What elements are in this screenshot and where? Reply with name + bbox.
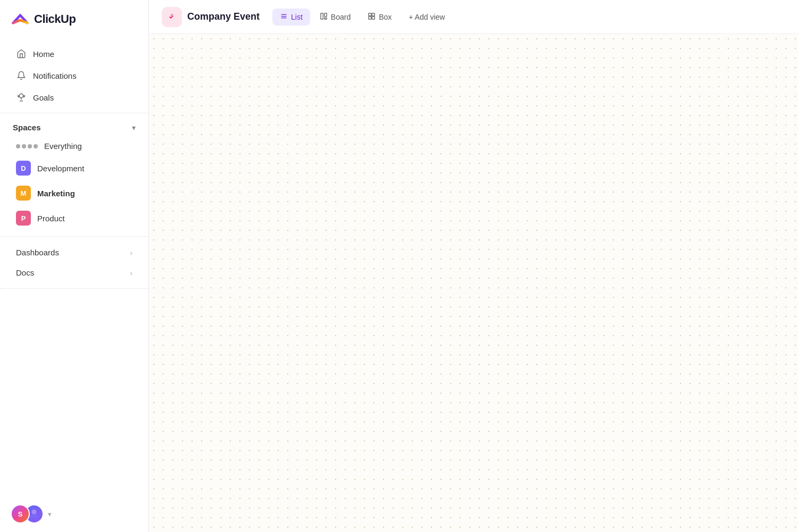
sidebar-item-home-label: Home: [33, 49, 54, 59]
sidebar-item-everything[interactable]: Everything: [3, 137, 145, 155]
spaces-label: Spaces: [13, 123, 41, 132]
svg-rect-12: [369, 16, 371, 19]
project-title: Company Event: [187, 11, 260, 22]
sidebar-footer: S ▾: [0, 496, 148, 532]
sidebar-item-product-label: Product: [37, 214, 65, 223]
logo-text: ClickUp: [34, 12, 76, 26]
svg-rect-11: [372, 13, 375, 15]
svg-rect-13: [372, 16, 375, 19]
sidebar-item-marketing[interactable]: M Marketing: [3, 181, 145, 205]
svg-rect-9: [325, 18, 327, 19]
avatar-chevron-icon[interactable]: ▾: [48, 510, 52, 518]
avatar-face-icon: [28, 508, 40, 520]
sidebar-item-notifications-label: Notifications: [33, 71, 77, 80]
board-tab-icon: [320, 12, 328, 22]
avatar-s: S: [11, 504, 30, 523]
list-tab-icon: [280, 12, 288, 22]
trophy-icon: [16, 92, 27, 103]
home-icon: [16, 48, 27, 59]
chevron-right-icon-2: ›: [130, 269, 132, 277]
add-view-label: + Add view: [409, 13, 445, 21]
sidebar-item-goals[interactable]: Goals: [3, 87, 145, 108]
sidebar-item-product[interactable]: P Product: [3, 206, 145, 230]
sidebar-item-home[interactable]: Home: [3, 43, 145, 64]
tab-board[interactable]: Board: [312, 9, 358, 26]
chevron-down-icon: ▾: [132, 123, 136, 132]
logo[interactable]: ClickUp: [0, 0, 148, 38]
svg-point-0: [19, 94, 23, 98]
sidebar-item-development[interactable]: D Development: [3, 156, 145, 180]
development-badge: D: [16, 161, 31, 176]
sidebar-item-dashboards[interactable]: Dashboards ›: [3, 243, 145, 262]
clickup-logo-icon: [11, 10, 30, 29]
spaces-header[interactable]: Spaces ▾: [0, 119, 148, 136]
docs-label: Docs: [16, 268, 34, 277]
tab-list[interactable]: List: [272, 9, 310, 26]
project-icon-wrap: [162, 7, 182, 27]
sidebar-item-development-label: Development: [37, 164, 84, 173]
svg-rect-8: [325, 13, 327, 16]
main-canvas: [149, 34, 798, 532]
bottom-nav: Dashboards › Docs ›: [0, 237, 148, 289]
tab-box[interactable]: Box: [360, 9, 399, 26]
sidebar: ClickUp Home Notifications: [0, 0, 149, 532]
sidebar-item-docs[interactable]: Docs ›: [3, 263, 145, 282]
main-content: Company Event List: [149, 0, 798, 532]
sidebar-item-goals-label: Goals: [33, 93, 54, 102]
dots-icon: [16, 144, 38, 148]
sidebar-nav: Home Notifications Goals: [0, 38, 148, 113]
tab-list-label: List: [291, 13, 303, 21]
spaces-section: Spaces ▾ Everything D Development M: [0, 113, 148, 237]
sidebar-item-everything-label: Everything: [44, 142, 82, 151]
dashboards-label: Dashboards: [16, 248, 59, 257]
sidebar-item-notifications[interactable]: Notifications: [3, 65, 145, 86]
box-tab-icon: [368, 12, 376, 22]
bell-icon: [16, 70, 27, 81]
svg-point-1: [31, 510, 36, 514]
svg-rect-7: [321, 13, 323, 19]
svg-rect-10: [369, 13, 371, 15]
tab-board-label: Board: [331, 13, 351, 21]
marketing-badge: M: [16, 186, 31, 201]
topbar: Company Event List: [149, 0, 798, 34]
product-badge: P: [16, 211, 31, 226]
project-icon: [166, 11, 178, 23]
add-view-button[interactable]: + Add view: [401, 9, 452, 25]
svg-point-3: [171, 14, 173, 16]
sidebar-item-marketing-label: Marketing: [37, 189, 75, 198]
avatar-group[interactable]: S ▾: [11, 504, 52, 523]
view-tabs: List Board: [272, 9, 452, 26]
chevron-right-icon: ›: [130, 248, 132, 257]
tab-box-label: Box: [379, 13, 392, 21]
